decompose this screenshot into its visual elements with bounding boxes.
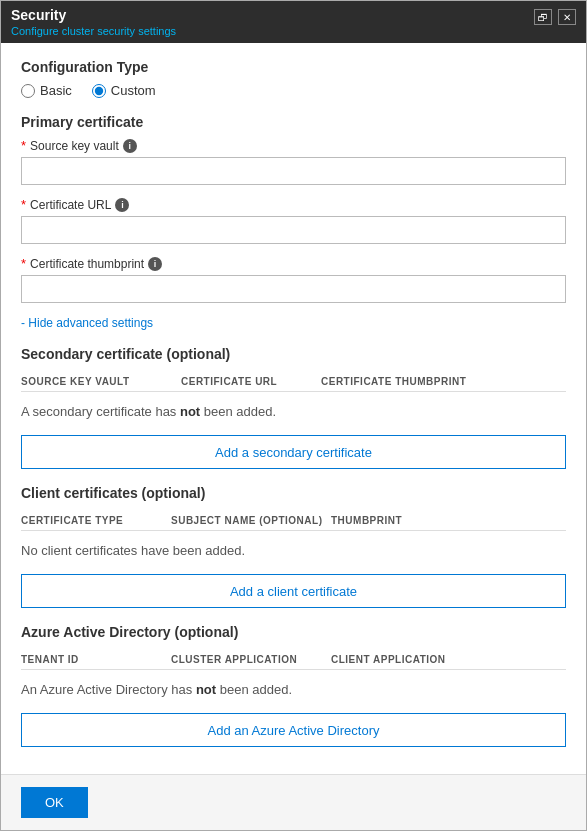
add-client-cert-button[interactable]: Add a client certificate [21,574,566,608]
azure-empty-bold: not [196,682,220,697]
window-title: Security [11,7,176,23]
window-controls: 🗗 ✕ [534,9,576,25]
secondary-cert-table-header: SOURCE KEY VAULT CERTIFICATE URL CERTIFI… [21,370,566,392]
certificate-url-input[interactable] [21,216,566,244]
client-empty-message: No client certificates have been added. [21,543,245,558]
radio-basic[interactable]: Basic [21,83,72,98]
radio-custom[interactable]: Custom [92,83,156,98]
azure-ad-empty-message: An Azure Active Directory has not been a… [21,674,566,705]
close-button[interactable]: ✕ [558,9,576,25]
certificate-thumbprint-label: * Certificate thumbprint i [21,256,566,271]
azure-ad-title: Azure Active Directory (optional) [21,624,566,640]
certificate-thumbprint-input[interactable] [21,275,566,303]
footer: OK [1,774,586,830]
restore-button[interactable]: 🗗 [534,9,552,25]
primary-cert-section: Primary certificate * Source key vault i… [21,114,566,342]
secondary-empty-prefix: A secondary certificate has [21,404,176,419]
certificate-url-info-icon: i [115,198,129,212]
title-bar: Security Configure cluster security sett… [1,1,586,43]
client-certs-section: Client certificates (optional) CERTIFICA… [21,485,566,608]
config-type-group: Configuration Type Basic Custom [21,59,566,98]
title-bar-info: Security Configure cluster security sett… [11,7,176,37]
client-col-thumbprint: THUMBPRINT [331,515,566,526]
azure-ad-section: Azure Active Directory (optional) TENANT… [21,624,566,747]
source-key-vault-label: * Source key vault i [21,138,566,153]
secondary-cert-section: Secondary certificate (optional) SOURCE … [21,346,566,469]
azure-empty-suffix: been added. [220,682,292,697]
radio-basic-input[interactable] [21,84,35,98]
config-type-title: Configuration Type [21,59,566,75]
secondary-cert-title: Secondary certificate (optional) [21,346,566,362]
secondary-col-source: SOURCE KEY VAULT [21,376,181,387]
azure-ad-table-header: TENANT ID CLUSTER APPLICATION CLIENT APP… [21,648,566,670]
source-key-vault-info-icon: i [123,139,137,153]
secondary-empty-suffix: been added. [204,404,276,419]
content-area: Configuration Type Basic Custom Primary … [1,43,586,774]
secondary-empty-bold: not [180,404,204,419]
client-certs-title: Client certificates (optional) [21,485,566,501]
required-star-2: * [21,197,26,212]
window-subtitle: Configure cluster security settings [11,25,176,37]
secondary-cert-empty-message: A secondary certificate has not been add… [21,396,566,427]
source-key-vault-input[interactable] [21,157,566,185]
required-star-3: * [21,256,26,271]
hide-advanced-link[interactable]: - Hide advanced settings [21,316,153,330]
certificate-thumbprint-info-icon: i [148,257,162,271]
secondary-col-url: CERTIFICATE URL [181,376,321,387]
config-type-radio-group: Basic Custom [21,83,566,98]
radio-basic-label: Basic [40,83,72,98]
required-star-1: * [21,138,26,153]
certificate-thumbprint-group: * Certificate thumbprint i [21,256,566,303]
security-window: Security Configure cluster security sett… [0,0,587,831]
certificate-url-text: Certificate URL [30,198,111,212]
client-certs-empty-message: No client certificates have been added. [21,535,566,566]
azure-empty-prefix: An Azure Active Directory has [21,682,192,697]
radio-custom-input[interactable] [92,84,106,98]
add-azure-ad-button[interactable]: Add an Azure Active Directory [21,713,566,747]
source-key-vault-text: Source key vault [30,139,119,153]
azure-col-client: CLIENT APPLICATION [331,654,566,665]
secondary-col-thumbprint: CERTIFICATE THUMBPRINT [321,376,566,387]
azure-col-tenant: TENANT ID [21,654,171,665]
client-col-subject: SUBJECT NAME (OPTIONAL) [171,515,331,526]
certificate-url-group: * Certificate URL i [21,197,566,244]
add-secondary-cert-button[interactable]: Add a secondary certificate [21,435,566,469]
azure-col-cluster: CLUSTER APPLICATION [171,654,331,665]
ok-button[interactable]: OK [21,787,88,818]
radio-custom-label: Custom [111,83,156,98]
client-certs-table-header: CERTIFICATE TYPE SUBJECT NAME (OPTIONAL)… [21,509,566,531]
certificate-thumbprint-text: Certificate thumbprint [30,257,144,271]
source-key-vault-group: * Source key vault i [21,138,566,185]
client-col-type: CERTIFICATE TYPE [21,515,171,526]
primary-cert-title: Primary certificate [21,114,566,130]
certificate-url-label: * Certificate URL i [21,197,566,212]
